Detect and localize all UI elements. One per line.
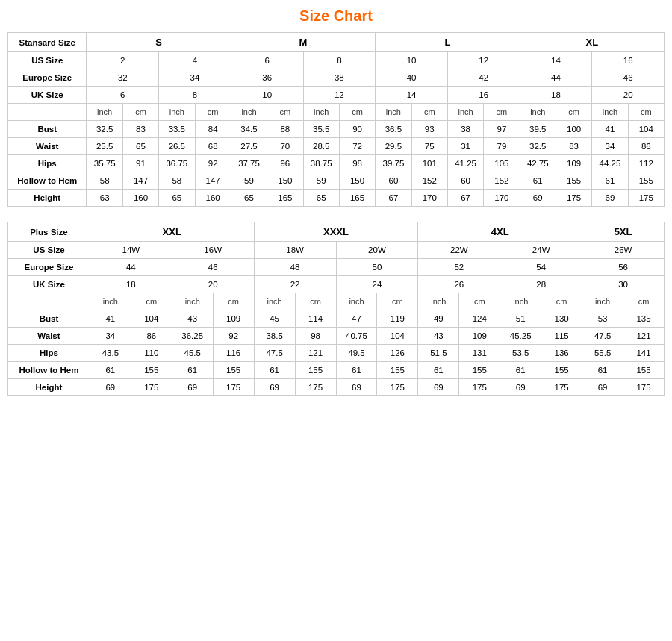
plus-unit-cm-4: cm: [377, 293, 418, 310]
plus-cell: 61: [254, 362, 295, 379]
plus-unit-inch-3: inch: [254, 293, 295, 310]
plus-cell: 104: [377, 328, 418, 345]
standard-cell: 96: [267, 155, 303, 172]
standard-cell: 69: [592, 190, 628, 207]
unit-inch-6: inch: [447, 104, 483, 121]
unit-inch-8: inch: [592, 104, 628, 121]
standard-size-label: Stansard Size: [8, 33, 87, 52]
us-size-4: 4: [159, 52, 231, 69]
plus-cell: 69: [582, 379, 623, 396]
plus-cell: 38.5: [254, 328, 295, 345]
unit-header-row: inch cm inch cm inch cm inch cm inch cm …: [8, 104, 665, 121]
plus-cell: 141: [623, 345, 665, 362]
plus-unit-cm-1: cm: [131, 293, 172, 310]
plus-unit-cm-5: cm: [459, 293, 500, 310]
plus-cell: 98: [295, 328, 336, 345]
plus-cell: 135: [623, 310, 665, 328]
standard-cell: 67: [376, 190, 411, 207]
standard-cell: 29.5: [376, 138, 411, 155]
plus-cell: 61: [500, 362, 541, 379]
plus-cell: 40.75: [336, 328, 377, 345]
plus-us-size-label: US Size: [8, 242, 90, 259]
plus-cell: 121: [623, 328, 665, 345]
plus-cell: 36.25: [172, 328, 213, 345]
standard-group-header-row: Stansard Size S M L XL: [8, 33, 665, 52]
standard-cell: 41.25: [447, 155, 483, 172]
plus-unit-cm-3: cm: [295, 293, 336, 310]
plus-cell: 130: [541, 310, 582, 328]
standard-row-label: Hollow to Hem: [8, 172, 87, 190]
group-4xl: 4XL: [418, 222, 582, 242]
standard-cell: 170: [411, 190, 447, 207]
plus-eu-52: 52: [418, 259, 500, 276]
europe-size-32: 32: [87, 69, 159, 87]
plus-unit-cm-6: cm: [541, 293, 582, 310]
plus-cell: 131: [459, 345, 500, 362]
group-l: L: [376, 33, 520, 52]
standard-cell: 35.5: [303, 121, 339, 138]
plus-cell: 47.5: [254, 345, 295, 362]
plus-data-row: Hollow to Hem611556115561155611556115561…: [8, 362, 665, 379]
group-xxxl: XXXL: [254, 222, 418, 242]
standard-cell: 44.25: [592, 155, 628, 172]
uk-size-14: 14: [376, 87, 448, 104]
plus-us-size-row: US Size 14W 16W 18W 20W 22W 24W 26W: [8, 242, 665, 259]
standard-cell: 150: [339, 172, 375, 190]
standard-cell: 160: [195, 190, 231, 207]
plus-us-16w: 16W: [172, 242, 254, 259]
uk-size-16: 16: [447, 87, 520, 104]
group-xl: XL: [520, 33, 664, 52]
standard-cell: 42.75: [520, 155, 556, 172]
europe-size-36: 36: [231, 69, 303, 87]
plus-cell: 45.25: [500, 328, 541, 345]
plus-cell: 155: [213, 362, 254, 379]
group-5xl: 5XL: [582, 222, 665, 242]
plus-cell: 175: [295, 379, 336, 396]
plus-size-label: Plus Size: [8, 222, 90, 242]
plus-cell: 92: [213, 328, 254, 345]
unit-inch-3: inch: [231, 104, 267, 121]
standard-cell: 27.5: [231, 138, 267, 155]
plus-cell: 47.5: [582, 328, 623, 345]
standard-cell: 97: [484, 121, 520, 138]
plus-cell: 43.5: [90, 345, 131, 362]
us-size-2: 2: [87, 52, 159, 69]
standard-cell: 155: [556, 172, 591, 190]
plus-cell: 175: [377, 379, 418, 396]
plus-cell: 43: [172, 310, 213, 328]
uk-size-row: UK Size 6 8 10 12 14 16 18 20: [8, 87, 665, 104]
standard-cell: 152: [411, 172, 447, 190]
plus-row-label: Hips: [8, 345, 90, 362]
unit-cm-3: cm: [267, 104, 303, 121]
uk-size-10: 10: [231, 87, 303, 104]
standard-cell: 91: [122, 155, 158, 172]
plus-data-row: Bust41104431094511447119491245113053135: [8, 310, 665, 328]
plus-cell: 115: [541, 328, 582, 345]
standard-data-row: Height6316065160651656516567170671706917…: [8, 190, 665, 207]
plus-cell: 55.5: [582, 345, 623, 362]
unit-cm-1: cm: [122, 104, 158, 121]
standard-row-label: Hips: [8, 155, 87, 172]
standard-cell: 105: [484, 155, 520, 172]
plus-uk-22: 22: [254, 276, 336, 293]
standard-cell: 88: [267, 121, 303, 138]
unit-cm-7: cm: [556, 104, 591, 121]
plus-uk-30: 30: [582, 276, 665, 293]
plus-cell: 69: [336, 379, 377, 396]
unit-cm-4: cm: [339, 104, 375, 121]
standard-cell: 79: [484, 138, 520, 155]
plus-uk-26: 26: [418, 276, 500, 293]
standard-cell: 61: [592, 172, 628, 190]
standard-cell: 147: [195, 172, 231, 190]
standard-data-row: Waist25.56526.56827.57028.57229.57531793…: [8, 138, 665, 155]
plus-eu-46: 46: [172, 259, 254, 276]
plus-cell: 69: [500, 379, 541, 396]
unit-inch-7: inch: [520, 104, 556, 121]
plus-data-row: Height6917569175691756917569175691756917…: [8, 379, 665, 396]
plus-unit-inch-4: inch: [336, 293, 377, 310]
standard-cell: 63: [87, 190, 122, 207]
plus-us-18w: 18W: [254, 242, 336, 259]
standard-cell: 36.75: [159, 155, 195, 172]
standard-cell: 69: [520, 190, 556, 207]
standard-cell: 36.5: [376, 121, 411, 138]
